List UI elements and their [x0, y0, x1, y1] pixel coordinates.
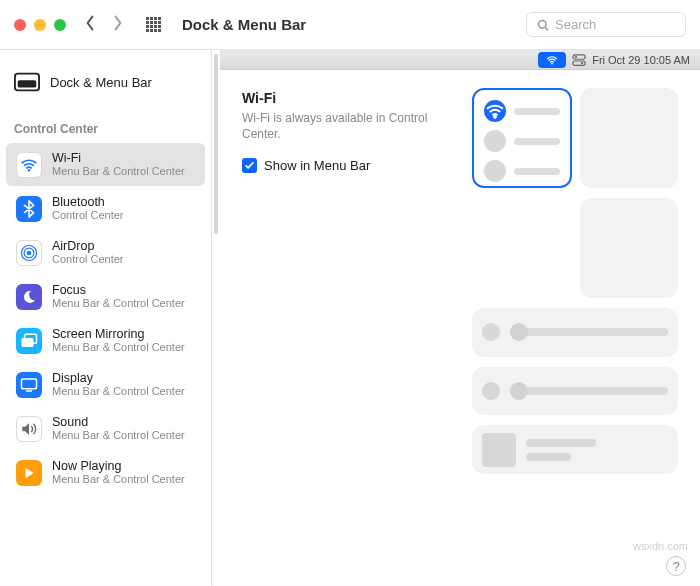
sidebar-item-sublabel: Menu Bar & Control Center	[52, 473, 185, 486]
cc-preview-slider	[472, 367, 678, 416]
svg-rect-3	[158, 17, 161, 20]
svg-rect-4	[146, 21, 149, 24]
sidebar-item-sublabel: Control Center	[52, 253, 124, 266]
wifi-icon	[16, 152, 42, 178]
dock-icon	[14, 72, 40, 92]
sidebar-item-display[interactable]: Display Menu Bar & Control Center	[6, 363, 205, 406]
control-center-preview	[472, 88, 678, 474]
svg-line-17	[545, 27, 548, 30]
svg-rect-7	[158, 21, 161, 24]
show-in-menu-bar-label: Show in Menu Bar	[264, 158, 370, 173]
svg-rect-14	[154, 29, 157, 32]
forward-button[interactable]	[112, 15, 130, 34]
svg-rect-12	[146, 29, 149, 32]
content-pane: Fri Oct 29 10:05 AM Wi-Fi Wi-Fi is alway…	[220, 50, 700, 586]
window-titlebar: Dock & Menu Bar Search	[0, 0, 700, 50]
cc-preview-slider	[472, 308, 678, 357]
search-placeholder: Search	[555, 17, 596, 32]
focus-icon	[16, 284, 42, 310]
window-traffic-lights	[14, 19, 66, 31]
sidebar-item-label: Sound	[52, 415, 185, 429]
svg-point-16	[539, 20, 547, 28]
search-icon	[537, 19, 549, 31]
svg-rect-11	[158, 25, 161, 28]
wifi-icon	[484, 100, 506, 122]
sidebar-item-label: Bluetooth	[52, 195, 124, 209]
svg-rect-6	[154, 21, 157, 24]
window-title: Dock & Menu Bar	[182, 16, 306, 33]
svg-rect-25	[22, 338, 34, 347]
display-icon	[16, 372, 42, 398]
svg-rect-0	[146, 17, 149, 20]
sidebar-item-label: Now Playing	[52, 459, 185, 473]
svg-rect-29	[573, 54, 585, 58]
sidebar-item-wifi[interactable]: Wi-Fi Menu Bar & Control Center	[6, 143, 205, 186]
sidebar-item-sublabel: Menu Bar & Control Center	[52, 165, 185, 178]
watermark: wsxdn.com	[633, 540, 688, 552]
control-center-icon	[572, 54, 586, 66]
sidebar-item-label: Wi-Fi	[52, 151, 185, 165]
sidebar-item-label: Display	[52, 371, 185, 385]
show-all-prefs-button[interactable]	[146, 17, 162, 33]
sidebar-item-focus[interactable]: Focus Menu Bar & Control Center	[6, 275, 205, 318]
sidebar-item-sublabel: Menu Bar & Control Center	[52, 385, 185, 398]
cc-preview-tile	[580, 88, 678, 188]
sidebar-item-sublabel: Menu Bar & Control Center	[52, 429, 185, 442]
sidebar-item-dock-menu-bar[interactable]: Dock & Menu Bar	[0, 66, 211, 104]
nav-history	[84, 15, 130, 34]
svg-rect-8	[146, 25, 149, 28]
svg-rect-2	[154, 17, 157, 20]
svg-rect-9	[150, 25, 153, 28]
sidebar-item-label: Dock & Menu Bar	[50, 75, 152, 90]
zoom-window-button[interactable]	[54, 19, 66, 31]
menu-bar-wifi-indicator	[538, 52, 566, 68]
sound-icon	[16, 416, 42, 442]
svg-rect-13	[150, 29, 153, 32]
svg-rect-26	[22, 379, 37, 389]
sidebar-item-label: Focus	[52, 283, 185, 297]
airdrop-icon	[16, 240, 42, 266]
sidebar-item-label: AirDrop	[52, 239, 124, 253]
search-field[interactable]: Search	[526, 12, 686, 37]
detail-description: Wi-Fi is always available in Control Cen…	[242, 110, 452, 142]
sidebar-item-label: Screen Mirroring	[52, 327, 185, 341]
sidebar-scrollbar[interactable]	[212, 50, 220, 586]
menu-bar-preview: Fri Oct 29 10:05 AM	[220, 50, 700, 70]
svg-rect-10	[154, 25, 157, 28]
cc-preview-now-playing	[472, 425, 678, 474]
screen-mirroring-icon	[16, 328, 42, 354]
svg-rect-15	[158, 29, 161, 32]
close-window-button[interactable]	[14, 19, 26, 31]
cc-preview-quad	[472, 88, 572, 188]
svg-point-32	[581, 62, 583, 64]
now-playing-icon	[16, 460, 42, 486]
bluetooth-icon	[16, 196, 42, 222]
detail-title: Wi-Fi	[242, 90, 452, 106]
sidebar-item-sublabel: Menu Bar & Control Center	[52, 341, 185, 354]
svg-point-30	[575, 55, 577, 57]
show-in-menu-bar-row[interactable]: Show in Menu Bar	[242, 158, 452, 173]
cc-preview-tile	[580, 198, 678, 298]
svg-rect-19	[18, 80, 37, 87]
sidebar: Dock & Menu Bar Control Center Wi-Fi Men…	[0, 50, 212, 586]
sidebar-item-sublabel: Menu Bar & Control Center	[52, 297, 185, 310]
svg-rect-1	[150, 17, 153, 20]
show-in-menu-bar-checkbox[interactable]	[242, 158, 257, 173]
sidebar-item-sound[interactable]: Sound Menu Bar & Control Center	[6, 407, 205, 450]
minimize-window-button[interactable]	[34, 19, 46, 31]
sidebar-item-now-playing[interactable]: Now Playing Menu Bar & Control Center	[6, 451, 205, 494]
sidebar-item-sublabel: Control Center	[52, 209, 124, 222]
sidebar-item-screen-mirroring[interactable]: Screen Mirroring Menu Bar & Control Cent…	[6, 319, 205, 362]
menu-bar-clock: Fri Oct 29 10:05 AM	[592, 54, 690, 66]
sidebar-section-heading: Control Center	[0, 104, 211, 142]
svg-point-21	[27, 250, 32, 255]
help-button[interactable]: ?	[666, 556, 686, 576]
svg-rect-31	[573, 61, 585, 65]
sidebar-item-airdrop[interactable]: AirDrop Control Center	[6, 231, 205, 274]
svg-point-33	[494, 115, 497, 118]
sidebar-item-bluetooth[interactable]: Bluetooth Control Center	[6, 187, 205, 230]
svg-point-20	[28, 169, 30, 171]
back-button[interactable]	[84, 15, 102, 34]
svg-point-28	[551, 62, 553, 64]
svg-rect-5	[150, 21, 153, 24]
